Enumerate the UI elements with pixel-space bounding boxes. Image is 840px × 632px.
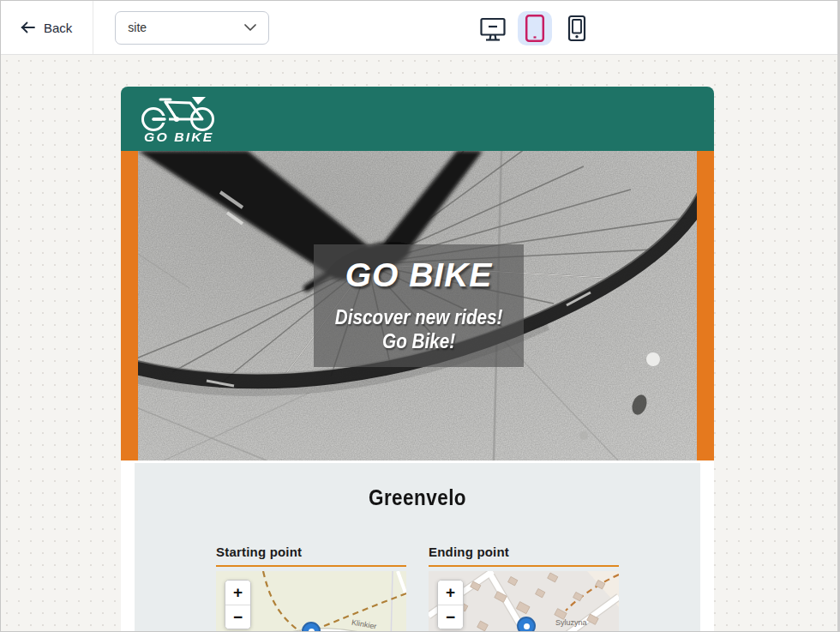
starting-point-column: Starting point [216,545,406,631]
hero-subtitle-line2: Go Bike! [382,330,455,352]
back-arrow-icon [20,21,36,33]
ending-map-place-label: Syluzyna [555,618,587,627]
page-selector-value: site [128,21,147,34]
hero-overlay: GO BIKE Discover new rides! Go Bike! [314,244,524,367]
starting-map-zoom-control: + − [225,580,251,629]
site-logo-text: GO BIKE [144,129,213,144]
site-logo: GO BIKE [139,94,219,144]
hero-section: GO BIKE Discover new rides! Go Bike! [121,151,714,460]
site-content: Greenvelo Starting point [121,460,714,631]
desktop-preview-button[interactable] [476,11,510,45]
toolbar: Back site [1,1,837,55]
site-preview: GO BIKE [121,87,714,631]
bicycle-logo-icon [139,94,219,132]
back-button[interactable]: Back [16,15,75,40]
ending-point-map[interactable]: Syluzyna + − [429,571,619,631]
site-header: GO BIKE [121,87,714,151]
toolbar-divider [93,1,93,54]
ending-point-marker [517,617,536,631]
zoom-in-button[interactable]: + [438,581,463,605]
chevron-down-icon [244,24,256,31]
desktop-icon [479,16,507,41]
section-heading: Greenvelo [163,485,672,510]
ending-point-label: Ending point [429,545,619,567]
tablet-icon [523,14,547,43]
mobile-preview-button[interactable] [560,11,594,45]
page-selector[interactable]: site [115,11,269,45]
tablet-preview-button[interactable] [518,11,552,45]
app-window: Back site [0,0,840,632]
zoom-in-button[interactable]: + [225,581,250,605]
builder-canvas: GO BIKE [1,55,837,631]
starting-point-label: Starting point [216,545,406,567]
device-preview-switcher [476,11,594,45]
ending-map-zoom-control: + − [437,580,464,629]
hero-title: GO BIKE [345,258,493,292]
hero-subtitle: Discover new rides! Go Bike! [335,305,503,353]
ending-point-column: Ending point [429,545,619,631]
hero-subtitle-line1: Discover new rides! [335,306,503,328]
starting-point-map[interactable]: Klinkier + − [216,571,406,631]
route-columns: Starting point [135,545,700,631]
mobile-icon [567,15,587,42]
route-section: Greenvelo Starting point [135,463,700,631]
back-button-label: Back [44,21,72,35]
zoom-out-button[interactable]: − [438,605,463,629]
zoom-out-button[interactable]: − [225,605,250,629]
